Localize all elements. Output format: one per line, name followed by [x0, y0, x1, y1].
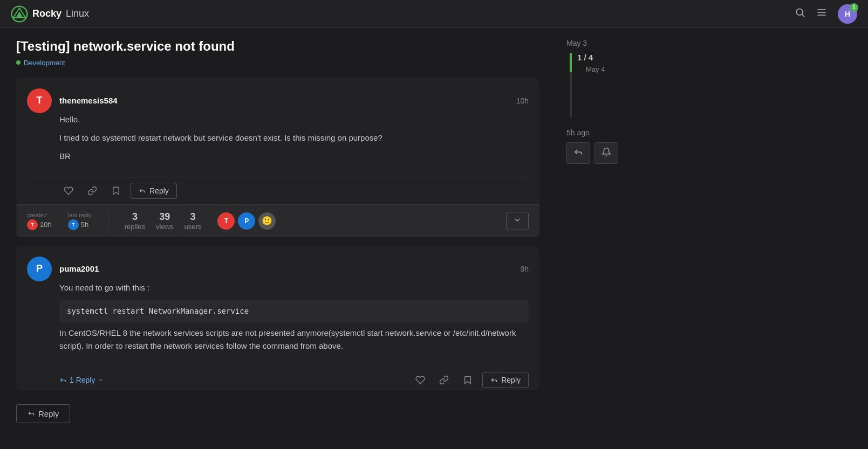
post-2-line-1: You need to go with this : [59, 281, 529, 294]
post-2-bookmark-button[interactable] [459, 372, 477, 388]
category-label: Development [24, 59, 65, 67]
post-1-meta-user-t: T [217, 212, 235, 230]
post-1-meta-avatars: T P 🙂 [217, 212, 276, 230]
post-1-bookmark-button[interactable] [107, 183, 125, 199]
rocky-logo-icon [11, 5, 28, 23]
post-2-actions: 1 Reply [27, 367, 529, 390]
post-1-views-val: 39 [159, 211, 170, 223]
progress-bar-wrap [570, 53, 572, 118]
progress-fraction: 1 / 4 [577, 53, 605, 62]
user-notification-badge: 1 [850, 3, 858, 12]
post-1-users-count-item: 3 users [184, 211, 202, 231]
sidebar: May 3 1 / 4 May 4 5h ago [556, 28, 685, 439]
post-2-reply-button[interactable]: Reply [482, 372, 529, 388]
category-dot [16, 60, 20, 65]
page-title: [Testing] network.service not found [16, 39, 539, 54]
post-1-share-button[interactable] [83, 183, 101, 199]
header-actions: H 1 [795, 4, 857, 24]
post-1-reply-button[interactable]: Reply [131, 183, 177, 199]
logo-area: Rocky Linux [11, 5, 795, 23]
post-1-time: 10h [516, 96, 529, 105]
progress-bar-fill [570, 53, 572, 72]
logo-rocky-text: Rocky [32, 8, 61, 19]
post-2: P puma2001 9h You need to go with this :… [16, 246, 539, 390]
bottom-reply-button[interactable]: Reply [16, 404, 70, 423]
progress-labels: 1 / 4 May 4 [577, 53, 605, 73]
post-2-avatar: P [27, 257, 52, 281]
post-1-line-1: Hello, [59, 113, 529, 126]
post-1-avatar-initial: T [37, 95, 43, 106]
sidebar-bell-button[interactable] [594, 142, 618, 164]
post-2-share-button[interactable] [435, 372, 453, 388]
post-1-views-count-item: 39 views [156, 211, 174, 231]
post-1-views-label: views [156, 223, 174, 231]
post-1-users-val: 3 [190, 211, 195, 223]
post-2-reply-count-link[interactable]: 1 Reply [59, 372, 104, 388]
bottom-reply-label: Reply [38, 409, 59, 418]
post-1-created-time-row: T 10h [27, 219, 52, 230]
sidebar-date-end: May 4 [586, 65, 605, 73]
post-1-replies-count-item: 3 replies [125, 211, 145, 231]
menu-icon[interactable] [816, 7, 827, 20]
post-1-actions: Reply [27, 177, 529, 204]
post-1-replies-val: 3 [132, 211, 138, 223]
post-1-meta: thenemesis584 [52, 96, 516, 105]
post-1-expand-button[interactable] [506, 212, 529, 230]
post-1-created-time: 10h [40, 220, 52, 229]
post-2-avatar-initial: P [36, 263, 43, 274]
post-2-username: puma2001 [59, 264, 99, 273]
post-1-footer: created T 10h last reply T 5h 3 [16, 204, 539, 237]
post-1-reply-label: Reply [149, 186, 169, 195]
post-2-reply-label: Reply [501, 376, 521, 384]
post-2-body: You need to go with this : systemctl res… [27, 281, 529, 367]
site-header: Rocky Linux H 1 [0, 0, 868, 28]
sidebar-time-ago: 5h ago [566, 128, 674, 137]
post-2-code-block: systemctl restart NetworkManager.service [59, 300, 529, 322]
post-1-header-row: T thenemesis584 10h [27, 88, 529, 113]
post-2-reply-count-text: 1 Reply [70, 376, 95, 384]
category-tag[interactable]: Development [16, 59, 65, 67]
sidebar-date-start: May 3 [566, 39, 674, 47]
post-1-meta-user-3: 🙂 [258, 212, 276, 230]
post-1-meta-avatar-t: T [27, 219, 38, 230]
svg-line-2 [802, 15, 805, 17]
user-avatar-header[interactable]: H 1 [838, 4, 857, 24]
post-1-meta-avatar-p: T [68, 219, 79, 230]
post-1-lastreply-time: 5h [81, 220, 88, 229]
post-2-meta: puma2001 [52, 264, 520, 273]
post-1-line-2: I tried to do systemctl restart network … [59, 132, 529, 144]
bottom-reply-area: Reply [16, 399, 539, 429]
post-2-header-row: P puma2001 9h [27, 257, 529, 281]
user-initial: H [845, 10, 850, 18]
page-layout: [Testing] network.service not found Deve… [0, 28, 868, 439]
sidebar-action-buttons [566, 142, 674, 164]
sidebar-reply-button[interactable] [566, 142, 590, 164]
post-2-like-button[interactable] [411, 372, 429, 388]
svg-point-1 [796, 9, 803, 15]
post-1-lastreply-label: last reply [68, 212, 92, 218]
logo-linux-text: Linux [66, 8, 89, 19]
post-1-like-button[interactable] [59, 183, 78, 199]
post-1-line-3: BR [59, 150, 529, 163]
post-2-line-3: In CentOS/RHEL 8 the network services sc… [59, 327, 529, 353]
post-1-lastreply-meta: last reply T 5h [68, 212, 92, 230]
post-1-lastreply-time-row: T 5h [68, 219, 92, 230]
progress-section: 1 / 4 May 4 [566, 53, 674, 118]
post-2-time: 9h [520, 265, 529, 273]
main-content: [Testing] network.service not found Deve… [0, 28, 556, 439]
post-1-avatar: T [27, 88, 52, 113]
post-1-created-meta: created T 10h [27, 212, 52, 230]
post-1-username: thenemesis584 [59, 96, 118, 105]
post-1-users-label: users [184, 223, 202, 231]
post-1-replies-label: replies [125, 223, 145, 231]
post-1-created-label: created [27, 212, 52, 218]
search-icon[interactable] [795, 7, 805, 20]
post-1-body: Hello, I tried to do systemctl restart n… [27, 113, 529, 177]
post-1-meta-user-p: P [238, 212, 255, 230]
post-1: T thenemesis584 10h Hello, I tried to do… [16, 78, 539, 237]
divider-1 [108, 211, 108, 231]
